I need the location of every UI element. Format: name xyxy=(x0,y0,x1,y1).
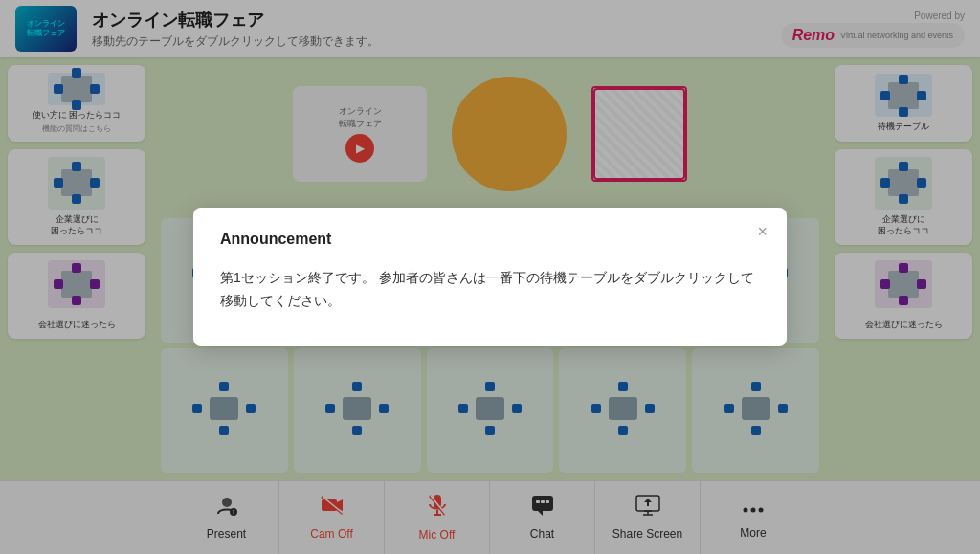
modal-close-button[interactable]: × xyxy=(757,223,768,240)
modal-overlay[interactable]: Announcement × 第1セッション終了です。 参加者の皆さんは一番下の… xyxy=(0,0,980,554)
modal-title: Announcement xyxy=(220,231,760,248)
announcement-modal: Announcement × 第1セッション終了です。 参加者の皆さんは一番下の… xyxy=(193,208,787,347)
modal-body: 第1セッション終了です。 参加者の皆さんは一番下の待機テーブルをダブルクリックし… xyxy=(220,267,760,313)
